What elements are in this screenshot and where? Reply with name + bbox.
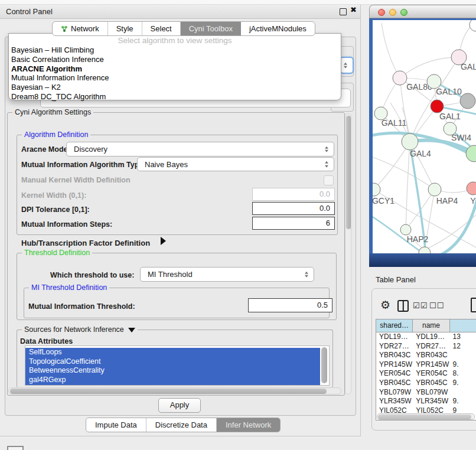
table-cell[interactable]: 9. — [450, 379, 476, 388]
table-row[interactable]: YER054CYER054C8. — [376, 369, 476, 379]
table-header-cell[interactable]: name — [413, 319, 449, 332]
table-cell[interactable]: 9. — [450, 360, 476, 370]
network-node[interactable] — [470, 20, 476, 31]
tab-jactivemnodules[interactable]: jActiveMNodules — [241, 22, 315, 35]
network-node-y[interactable] — [467, 182, 476, 195]
table-cell[interactable]: YER054C — [413, 369, 449, 379]
table-cell[interactable]: YBL079W — [413, 388, 449, 397]
table-hscroll-thumb[interactable] — [378, 415, 471, 419]
aracne-mode-label: Aracne Mode: — [21, 145, 70, 154]
table-row[interactable]: YBR045CYBR045C9. — [376, 379, 476, 388]
table-cell[interactable]: YBR043C — [413, 351, 449, 360]
table-cell[interactable]: 8. — [450, 369, 476, 379]
table-row[interactable]: YPR145WYPR145W9. — [376, 360, 476, 370]
close-icon[interactable]: ✖ — [350, 5, 357, 14]
network-view-canvas[interactable]: GALGAL80GAL10GAL1SWI4GAL11GAL4GCY1HAP4YH… — [373, 20, 476, 253]
dpi-tolerance-field[interactable]: 0.0 — [252, 202, 335, 215]
float-window-icon[interactable] — [340, 8, 347, 15]
expand-arrow-icon[interactable] — [161, 237, 166, 245]
network-edge[interactable] — [382, 23, 400, 78]
table-cell[interactable]: YDR27… — [413, 342, 449, 351]
aracne-mode-select[interactable]: Discovery — [66, 142, 334, 156]
table-cell[interactable]: YPR145W — [413, 360, 449, 370]
mi-steps-field[interactable]: 6 — [252, 217, 335, 230]
table-cell[interactable]: YBR043C — [376, 351, 413, 360]
table-cell[interactable]: YER054C — [376, 369, 413, 379]
apply-button[interactable]: Apply — [158, 398, 201, 413]
select-all-checkboxes-icon[interactable]: ☑☑ — [413, 301, 428, 310]
network-edge[interactable] — [374, 142, 410, 190]
bottom-tab-infer-network[interactable]: Infer Network — [217, 418, 280, 432]
attribute-item-selected[interactable]: SelfLoops — [25, 348, 320, 357]
mi-type-select[interactable]: Naive Bayes — [137, 157, 334, 171]
table-row[interactable]: YLR345WYLR345W9. — [376, 397, 476, 406]
gear-icon[interactable]: ⚙ — [380, 298, 390, 311]
data-attributes-list[interactable]: SelfLoopsTopologicalCoefficientBetweenne… — [25, 345, 330, 386]
mac-close-icon[interactable] — [378, 9, 385, 16]
network-edge[interactable] — [406, 142, 410, 230]
table-cell[interactable]: YBL079W — [376, 388, 413, 397]
bottom-left-partial-icon[interactable] — [7, 446, 24, 450]
algorithm-option[interactable]: ARACNE Algorithm — [9, 64, 341, 74]
table-cell[interactable]: 13 — [450, 332, 476, 342]
table-cell[interactable] — [450, 351, 476, 360]
table-header-cell[interactable] — [450, 319, 476, 332]
tab-network[interactable]: Network — [53, 22, 108, 35]
deselect-all-checkboxes-icon[interactable]: ☐☐ — [429, 301, 444, 310]
table-cell[interactable]: YBR045C — [376, 379, 413, 388]
network-edge[interactable] — [425, 215, 476, 250]
table-cell[interactable]: YDL19… — [413, 332, 449, 342]
mac-zoom-icon[interactable] — [400, 9, 407, 16]
mi-threshold-field[interactable]: 0.5 — [248, 298, 332, 312]
bottom-tab-impute-data[interactable]: Impute Data — [86, 418, 146, 432]
table-row[interactable]: YBL079WYBL079W — [376, 388, 476, 397]
network-edge[interactable] — [400, 57, 459, 78]
table-row[interactable]: YBR043CYBR043C — [376, 351, 476, 360]
table-row[interactable]: YDR27…YDR27…12 — [376, 342, 476, 351]
table-cell[interactable]: YBR045C — [413, 379, 449, 388]
columns-icon[interactable] — [397, 300, 409, 312]
table-cell[interactable]: YDR27… — [376, 342, 413, 351]
tab-select[interactable]: Select — [142, 22, 181, 35]
table-cell[interactable] — [450, 388, 476, 397]
attributes-list-vscroll-thumb[interactable] — [321, 347, 327, 383]
table-header-cell[interactable]: shared… — [376, 319, 413, 332]
document-icon-partial[interactable] — [471, 298, 476, 312]
table-cell[interactable]: YLR345W — [413, 397, 449, 406]
network-window-titlebar[interactable] — [369, 5, 476, 18]
attribute-item-selected[interactable]: gal4RGexp — [25, 376, 320, 385]
table-cell[interactable]: 9. — [450, 397, 476, 406]
table-row[interactable]: YDL19…YDL19…13 — [376, 332, 476, 342]
algorithm-option[interactable]: Bayesian – Hill Climbing — [9, 45, 341, 55]
network-node-gcy1[interactable] — [373, 183, 380, 196]
node-label: GAL — [461, 62, 476, 71]
attribute-item-selected[interactable]: BetweennessCentrality — [25, 366, 320, 376]
settings-hscroll-thumb[interactable] — [10, 389, 327, 394]
algorithm-option[interactable]: Basic Correlation Inference — [9, 55, 341, 64]
tab-cyni-toolbox[interactable]: Cyni Toolbox — [181, 22, 241, 35]
network-node-gal4[interactable] — [402, 133, 418, 150]
network-node-hap2[interactable] — [400, 224, 411, 235]
focused-combo-spinner[interactable] — [340, 57, 354, 74]
table-header-row: shared…name — [376, 319, 476, 332]
table-cell[interactable]: YPR145W — [376, 360, 413, 370]
algorithm-option[interactable]: Dream8 DC_TDC Algorithm — [9, 92, 341, 102]
tab-style[interactable]: Style — [108, 22, 142, 35]
algorithm-option[interactable]: Bayesian – K2 — [9, 83, 341, 92]
network-edge[interactable] — [373, 156, 435, 190]
network-edge-highlighted[interactable] — [438, 197, 476, 253]
network-node-hap4[interactable] — [428, 183, 441, 196]
attribute-item-selected[interactable]: TopologicalCoefficient — [25, 357, 320, 367]
network-node[interactable] — [460, 93, 475, 109]
collapse-arrow-icon[interactable] — [128, 328, 135, 332]
which-threshold-select[interactable]: MI Threshold — [140, 267, 314, 282]
network-node-gal1[interactable] — [431, 100, 444, 113]
mac-minimize-icon[interactable] — [389, 9, 396, 16]
algorithm-option[interactable]: Mutual Information Inference — [9, 73, 341, 83]
table-cell[interactable]: YDL19… — [376, 332, 413, 342]
bottom-tab-discretize-data[interactable]: Discretize Data — [146, 418, 217, 432]
table-cell[interactable]: 12 — [450, 342, 476, 351]
table-cell[interactable]: YLR345W — [376, 397, 413, 406]
settings-vscroll-thumb[interactable] — [346, 116, 351, 229]
network-node-gal80[interactable] — [393, 71, 407, 85]
